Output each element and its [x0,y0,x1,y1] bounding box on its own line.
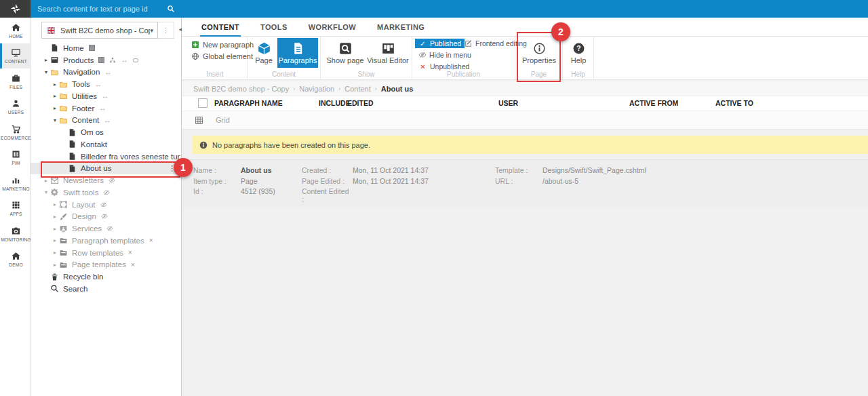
help-button[interactable]: ? Help [566,38,591,68]
info-label: Template : [495,166,542,177]
chevron-right-icon[interactable]: ▸ [51,105,59,111]
grid-paragraph-row[interactable]: Grid [182,111,868,130]
tree-item-search[interactable]: Search [31,283,181,295]
comment-icon [132,57,139,64]
search-input[interactable] [31,5,167,13]
select-all-checkbox[interactable] [198,98,208,108]
chevron-right-icon[interactable]: ▸ [42,178,50,184]
pim-icon [11,149,21,159]
show-page-button[interactable]: Show page [326,38,364,68]
published-toggle[interactable]: ✓ Published [415,39,465,48]
tab-workflow[interactable]: WORKFLOW [307,18,357,35]
tree-item-about-us[interactable]: About us⋮ [31,163,181,175]
breadcrumb-separator: › [338,85,340,92]
tree-item-label: Om os [81,128,104,136]
site-selector-dropdown[interactable]: Swift B2C demo shop - Copy ▾ [41,22,158,39]
sidebar-item-apps[interactable]: APPS [0,196,30,222]
properties-button[interactable]: Properties [520,38,558,68]
tree-item-kontakt[interactable]: Kontakt [31,138,181,151]
column-header-paragraph-name[interactable]: PARAGRAPH NAME [214,99,283,107]
tree-item-page-templates[interactable]: ▸Page templates× [31,259,181,271]
tree-item-om-os[interactable]: Om os [31,126,181,138]
tree-item-newsletters[interactable]: ▸Newsletters [31,174,181,186]
tree-item-utilities[interactable]: ▸Utilities↔ [31,90,181,102]
sidebar-item-marketing[interactable]: MARKETING [0,170,30,196]
tree-item-row-templates[interactable]: ▸Row templates× [31,247,181,259]
column-header-user[interactable]: USER [498,99,518,107]
tree-item-swift-tools[interactable]: ▾Swift tools [31,186,181,199]
column-header-active-to[interactable]: ACTIVE TO [715,99,753,107]
products-icon [50,56,59,64]
unpublished-toggle[interactable]: ✕ Unpublished [415,62,473,71]
app-logo[interactable] [0,0,31,18]
tree-item-label: About us [81,164,111,172]
sidebar-item-demo[interactable]: DEMO [0,247,30,273]
tree-item-tools[interactable]: ▸Tools↔ [31,78,181,90]
tree-item-label: Home [63,44,84,52]
tab-marketing[interactable]: MARKETING [376,18,426,35]
sidebar-item-users[interactable]: USERS [0,94,30,120]
chevron-down-icon[interactable]: ▾ [42,189,50,195]
chevron-right-icon[interactable]: ▸ [51,214,59,220]
chevron-right-icon[interactable]: ▸ [42,57,50,63]
column-header-active-from[interactable]: ACTIVE FROM [629,99,678,107]
row-menu-icon[interactable]: ⋮ [168,164,176,173]
search-icon[interactable] [167,5,175,13]
visual-editor-icon [381,41,395,56]
tree-item-label: Row templates [72,249,123,257]
sidebar-item-monitoring[interactable]: MONITORING [0,221,30,247]
tree-item-navigation[interactable]: ▾Navigation↔ [31,66,181,79]
chevron-right-icon[interactable]: ▸ [51,81,59,87]
sidebar-item-label: PIM [12,161,20,165]
sidebar-item-pim[interactable]: PIM [0,145,30,171]
tree-item-content[interactable]: ▾Content↔ [31,115,181,127]
tree-item-services[interactable]: ▸Services [31,222,181,235]
group-label-page: Page [515,71,562,78]
breadcrumb-item[interactable]: Content [344,85,371,93]
tree-item-products[interactable]: ▸Products↔ [31,54,181,66]
sidebar-item-files[interactable]: FILES [0,68,30,94]
chevron-right-icon[interactable]: ▸ [51,250,59,256]
tree-item-footer[interactable]: ▸Footer↔ [31,102,181,115]
plus-icon [191,41,199,49]
lr-badge-icon: ↔ [99,104,106,112]
global-element-button[interactable]: Global element [191,52,253,60]
home-icon [11,22,21,33]
breadcrumb-item[interactable]: Swift B2C demo shop - Copy [193,85,289,93]
tab-tools[interactable]: TOOLS [259,18,289,35]
tree-item-recycle-bin[interactable]: Recycle bin [31,271,181,283]
new-paragraph-button[interactable]: New paragraph [191,41,254,49]
tab-content[interactable]: CONTENT [200,18,241,37]
column-header-edited[interactable]: EDITED [347,99,374,107]
column-header-include[interactable]: INCLUDE [319,99,351,107]
breadcrumb-item[interactable]: Navigation [299,85,334,93]
tree-item-home[interactable]: Home [31,42,181,54]
logo-pinwheel-icon [10,3,21,14]
tree-item-billeder-fra-vores-seneste-tur[interactable]: Billeder fra vores seneste tur [31,151,181,163]
tree-item-paragraph-templates[interactable]: ▸Paragraph templates× [31,235,181,247]
panel-collapse-arrow-icon[interactable]: ◂ [178,26,182,33]
chevron-right-icon[interactable]: ▸ [51,226,59,232]
site-menu-button[interactable]: ⋮ [158,22,174,39]
chevron-down-icon[interactable]: ▾ [51,117,59,123]
sidebar-item-home[interactable]: HOME [0,18,30,43]
no-paragraphs-notice: No paragraphs have been created on this … [193,136,868,154]
tree-item-design[interactable]: ▸Design [31,211,181,223]
chevron-right-icon[interactable]: ▸ [51,201,59,207]
magnifier-square-icon [338,41,353,56]
tree-item-layout[interactable]: ▸Layout [31,199,181,211]
sidebar-item-ecommerce[interactable]: ECOMMERCE [0,119,30,145]
page-icon [68,128,77,137]
chevron-right-icon[interactable]: ▸ [51,262,59,268]
page-button[interactable]: Page [250,38,277,68]
ribbon-group-insert: New paragraph Global element Insert [183,37,248,80]
visual-editor-button[interactable]: Visual Editor [367,38,409,68]
chevron-right-icon[interactable]: ▸ [51,93,59,99]
square-badge-icon [98,57,104,63]
lr-badge-icon: ↔ [104,68,111,76]
chevron-right-icon[interactable]: ▸ [51,237,59,243]
paragraphs-button[interactable]: Paragraphs [277,38,318,68]
sidebar-item-content[interactable]: CONTENT [0,43,30,69]
hide-in-menu-toggle[interactable]: Hide in menu [415,50,475,60]
chevron-down-icon[interactable]: ▾ [42,69,50,75]
